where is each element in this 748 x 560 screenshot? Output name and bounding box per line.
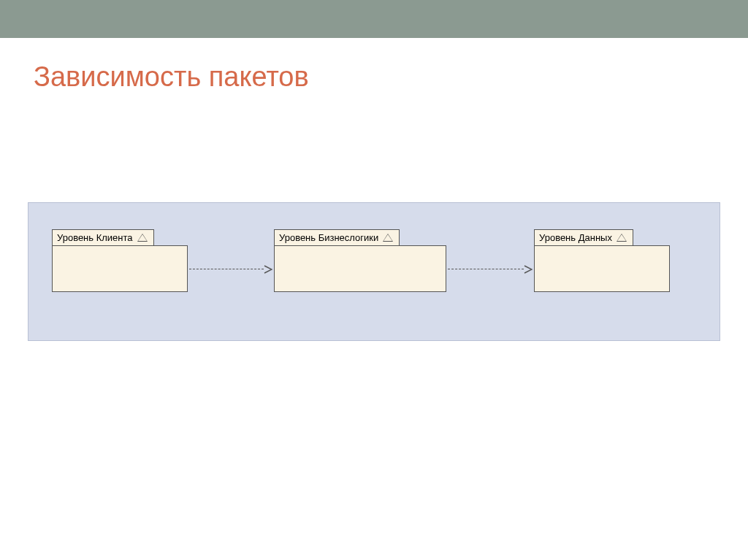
package-label: Уровень Данных [539,232,612,243]
package-tab: Уровень Клиента [52,229,154,246]
package-label: Уровень Бизнеслогики [279,232,378,243]
uml-package-business-logic: Уровень Бизнеслогики [274,229,446,292]
package-decorator-icon [383,234,393,242]
dependency-line [189,269,264,269]
dependency-line [448,269,524,269]
dependency-arrow [448,269,533,269]
package-body [534,245,670,292]
slide-title: Зависимость пакетов [0,38,748,93]
package-body [52,245,188,292]
slide-content: Зависимость пакетов Уровень Клиента Уров… [0,38,748,341]
uml-package-data: Уровень Данных [534,229,670,292]
dependency-arrow [189,269,272,269]
package-decorator-icon [617,234,627,242]
package-decorator-icon [137,234,148,242]
arrowhead-icon [264,265,272,274]
arrowhead-icon [524,265,533,274]
header-bar [0,0,748,38]
uml-package-client: Уровень Клиента [52,229,188,292]
package-body [274,245,446,292]
package-tab: Уровень Бизнеслогики [274,229,400,246]
package-label: Уровень Клиента [57,232,133,243]
diagram-panel: Уровень Клиента Уровень Бизнеслогики Уро… [28,202,720,341]
package-tab: Уровень Данных [534,229,633,246]
